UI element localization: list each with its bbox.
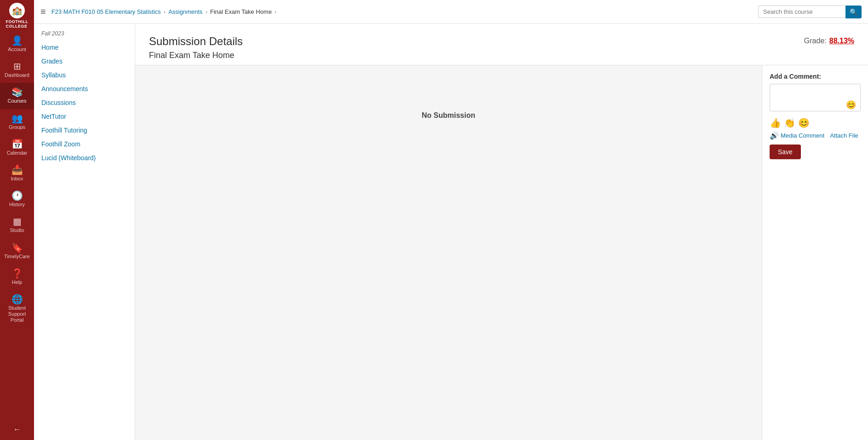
breadcrumb: F23 MATH F010 05 Elementary Statistics ›… bbox=[51, 8, 758, 15]
sidebar-item-inbox[interactable]: 📥 Inbox bbox=[0, 161, 34, 186]
sidebar-item-help[interactable]: ❓ Help bbox=[0, 264, 34, 290]
history-icon: 🕐 bbox=[11, 191, 23, 200]
sidebar-item-label: Groups bbox=[9, 124, 25, 130]
no-submission-text: No Submission bbox=[422, 111, 475, 120]
course-semester: Fall 2023 bbox=[34, 30, 135, 41]
sidebar-item-studio[interactable]: ▦ Studio bbox=[0, 212, 34, 238]
comment-panel: Add a Comment: 😊 👍 👏 😊 🔊 Media Comment bbox=[762, 65, 868, 440]
sidebar-item-label: Help bbox=[12, 279, 23, 285]
comment-actions: 👍 👏 😊 🔊 Media Comment Attach File bbox=[770, 117, 861, 140]
grade-label: Grade: bbox=[804, 37, 827, 45]
course-nav-announcements[interactable]: Announcements bbox=[34, 82, 135, 96]
grade-value: 88.13% bbox=[829, 37, 854, 45]
media-icon: 🔊 bbox=[770, 131, 779, 140]
account-icon: 👤 bbox=[11, 36, 23, 45]
course-nav-nettutor[interactable]: NetTutor bbox=[34, 110, 135, 123]
sidebar-item-student-support[interactable]: 🌐 Student Support Portal bbox=[0, 290, 34, 328]
course-nav-foothill-tutoring[interactable]: Foothill Tutoring bbox=[34, 123, 135, 137]
logo[interactable]: 🏫 FOOTHILLCOLLEGE bbox=[0, 0, 34, 31]
assignment-name: Final Exam Take Home bbox=[149, 51, 243, 60]
sidebar-item-calendar[interactable]: 📅 Calendar bbox=[0, 135, 34, 161]
emoji-textarea-hint: 😊 bbox=[846, 100, 856, 110]
media-comment-label: Media Comment bbox=[781, 132, 824, 139]
logo-text: FOOTHILLCOLLEGE bbox=[6, 19, 29, 29]
sidebar-item-courses[interactable]: 📚 Courses bbox=[0, 83, 34, 109]
smiley-button[interactable]: 😊 bbox=[798, 117, 810, 128]
media-comment-button[interactable]: 🔊 Media Comment bbox=[770, 131, 824, 140]
search-area: 🔍 bbox=[758, 6, 862, 18]
breadcrumb-course[interactable]: F23 MATH F010 05 Elementary Statistics bbox=[51, 8, 161, 15]
page-title: Submission Details bbox=[149, 35, 243, 48]
sidebar-item-label: Account bbox=[8, 46, 26, 52]
sidebar-item-dashboard[interactable]: ⊞ Dashboard bbox=[0, 57, 34, 83]
dashboard-icon: ⊞ bbox=[13, 62, 21, 71]
topbar: ≡ F23 MATH F010 05 Elementary Statistics… bbox=[34, 0, 868, 24]
inbox-icon: 📥 bbox=[11, 165, 23, 174]
sidebar-item-label: Studio bbox=[10, 227, 24, 233]
grade-display: Grade: 88.13% bbox=[804, 35, 854, 45]
sidebar-item-label: Inbox bbox=[11, 176, 23, 182]
sidebar-item-label: TimelyCare bbox=[4, 254, 30, 260]
breadcrumb-current: Final Exam Take Home bbox=[210, 8, 272, 15]
breadcrumb-assignments[interactable]: Assignments bbox=[168, 8, 202, 15]
studio-icon: ▦ bbox=[13, 217, 22, 226]
content-wrapper: Fall 2023 Home Grades Syllabus Announcem… bbox=[34, 24, 868, 440]
sidebar: 🏫 FOOTHILLCOLLEGE 👤 Account ⊞ Dashboard … bbox=[0, 0, 34, 440]
sidebar-item-label: Calendar bbox=[7, 150, 28, 156]
sidebar-item-label: Courses bbox=[8, 98, 27, 104]
course-sidebar: Fall 2023 Home Grades Syllabus Announcem… bbox=[34, 24, 135, 440]
sidebar-item-groups[interactable]: 👥 Groups bbox=[0, 109, 34, 135]
groups-icon: 👥 bbox=[11, 114, 23, 123]
search-input[interactable] bbox=[758, 6, 845, 18]
submission-area: No Submission Add a Comment: 😊 👍 👏 😊 bbox=[135, 65, 868, 440]
student-support-icon: 🌐 bbox=[11, 295, 23, 304]
course-nav-home[interactable]: Home bbox=[34, 41, 135, 54]
breadcrumb-sep-3: › bbox=[274, 8, 276, 15]
courses-icon: 📚 bbox=[11, 87, 23, 97]
calendar-icon: 📅 bbox=[11, 139, 23, 149]
course-nav-discussions[interactable]: Discussions bbox=[34, 96, 135, 110]
breadcrumb-sep-2: › bbox=[206, 8, 207, 15]
course-nav-grades[interactable]: Grades bbox=[34, 54, 135, 68]
main-area: ≡ F23 MATH F010 05 Elementary Statistics… bbox=[34, 0, 868, 440]
clap-button[interactable]: 👏 bbox=[784, 117, 795, 128]
comment-panel-title: Add a Comment: bbox=[770, 73, 861, 80]
thumbs-up-button[interactable]: 👍 bbox=[770, 117, 781, 128]
page-content: Submission Details Final Exam Take Home … bbox=[135, 24, 868, 440]
page-header: Submission Details Final Exam Take Home … bbox=[135, 24, 868, 65]
course-nav-foothill-zoom[interactable]: Foothill Zoom bbox=[34, 137, 135, 151]
breadcrumb-sep-1: › bbox=[164, 8, 166, 15]
submission-main: No Submission bbox=[135, 65, 762, 440]
sidebar-collapse-button[interactable]: ← bbox=[7, 419, 27, 440]
sidebar-item-label: Dashboard bbox=[5, 72, 29, 78]
attach-file-button[interactable]: Attach File bbox=[830, 132, 858, 139]
save-button[interactable]: Save bbox=[770, 145, 801, 159]
logo-icon: 🏫 bbox=[9, 3, 25, 18]
search-button[interactable]: 🔍 bbox=[845, 6, 862, 18]
sidebar-item-label: Student Support Portal bbox=[2, 305, 32, 324]
course-nav-lucid[interactable]: Lucid (Whiteboard) bbox=[34, 151, 135, 165]
course-nav-syllabus[interactable]: Syllabus bbox=[34, 68, 135, 82]
sidebar-item-label: History bbox=[9, 202, 25, 208]
help-icon: ❓ bbox=[11, 269, 23, 278]
sidebar-item-timelycare[interactable]: 🔖 TimelyCare bbox=[0, 238, 34, 264]
collapse-icon: ← bbox=[13, 425, 21, 434]
sidebar-item-account[interactable]: 👤 Account bbox=[0, 31, 34, 57]
page-title-block: Submission Details Final Exam Take Home bbox=[149, 35, 243, 60]
sidebar-item-history[interactable]: 🕐 History bbox=[0, 186, 34, 212]
menu-icon[interactable]: ≡ bbox=[40, 6, 46, 17]
timelycare-icon: 🔖 bbox=[11, 243, 23, 252]
